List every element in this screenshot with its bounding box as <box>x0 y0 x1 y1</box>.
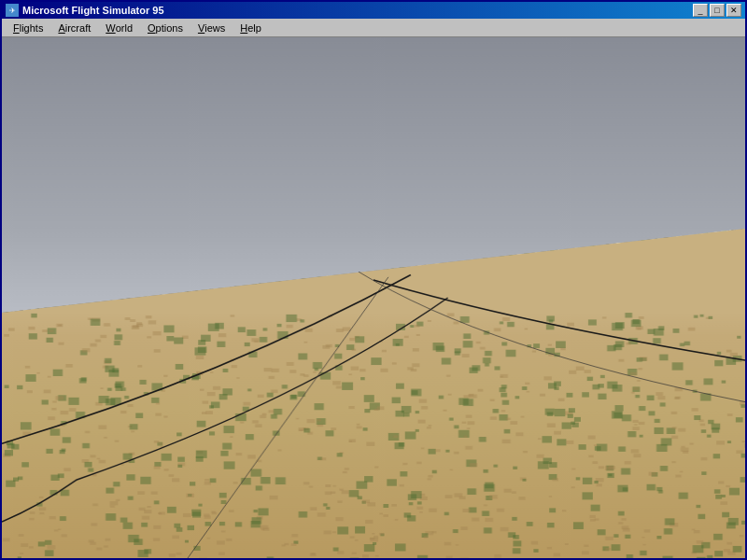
menu-bar: Flights Aircraft World Options Views Hel… <box>2 19 745 37</box>
menu-world[interactable]: World <box>98 19 140 36</box>
app-icon: ✈ <box>6 4 19 17</box>
window-title: Microsoft Flight Simulator 95 <box>22 5 164 16</box>
menu-views[interactable]: Views <box>190 19 233 36</box>
menu-flights[interactable]: Flights <box>6 19 50 36</box>
menu-options[interactable]: Options <box>140 19 190 36</box>
title-bar-left: ✈ Microsoft Flight Simulator 95 <box>6 4 164 17</box>
menu-help[interactable]: Help <box>233 19 269 36</box>
app-window: ✈ Microsoft Flight Simulator 95 _ □ ✕ Fl… <box>0 0 747 560</box>
minimize-button[interactable]: _ <box>693 4 708 17</box>
close-button[interactable]: ✕ <box>726 4 741 17</box>
window-controls: _ □ ✕ <box>693 4 741 17</box>
title-bar: ✈ Microsoft Flight Simulator 95 _ □ ✕ <box>2 2 745 19</box>
simulator-viewport <box>2 37 745 558</box>
menu-aircraft[interactable]: Aircraft <box>50 19 98 36</box>
ground-canvas <box>2 37 745 558</box>
maximize-button[interactable]: □ <box>710 4 725 17</box>
